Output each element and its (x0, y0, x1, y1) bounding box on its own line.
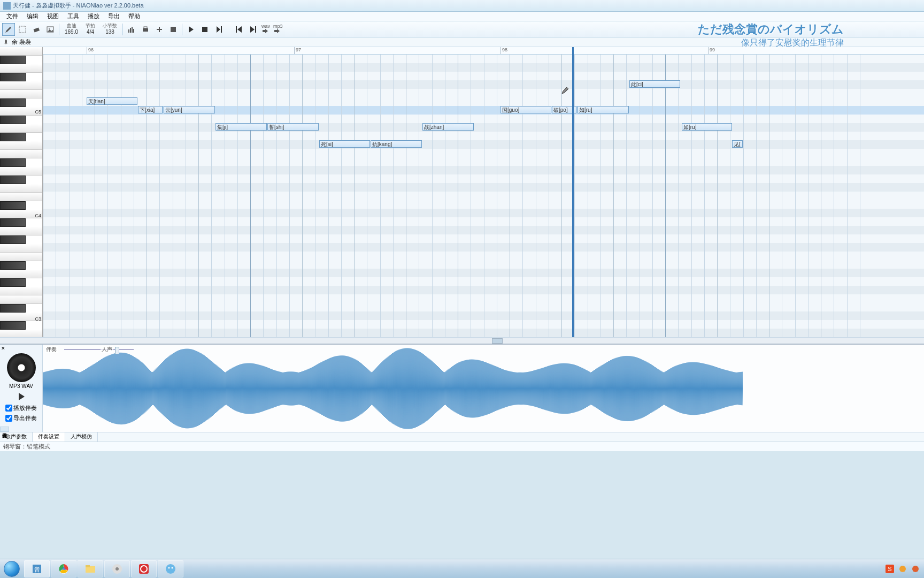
piano-key[interactable] (0, 47, 42, 56)
print-button[interactable] (139, 23, 152, 36)
equalizer-button[interactable] (125, 23, 138, 36)
next-button[interactable] (247, 23, 259, 36)
accompaniment-volume-slider[interactable] (64, 347, 134, 352)
piano-key[interactable] (0, 64, 42, 73)
piano-key[interactable] (0, 287, 42, 295)
menu-edit[interactable]: 编辑 (22, 12, 43, 20)
waveform-display[interactable]: 伴奏 人声 (43, 345, 924, 432)
piano-key[interactable] (0, 90, 42, 98)
piano-key[interactable] (0, 235, 26, 244)
accompaniment-settings-vtab[interactable]: 伴奏设置 (0, 427, 9, 432)
tab-accompaniment[interactable]: 伴奏设置 (33, 432, 65, 442)
note-block[interactable]: 下[xia] (138, 106, 163, 113)
piano-key[interactable] (0, 295, 42, 304)
piano-key[interactable] (0, 150, 42, 158)
note-block[interactable]: 如[ru] (682, 123, 732, 131)
piano-key[interactable] (0, 270, 42, 278)
select-tool-button[interactable] (16, 23, 29, 36)
piano-key[interactable] (0, 253, 42, 261)
tab-voice-params[interactable]: 歌声参数 (0, 432, 33, 442)
tray-volume-icon[interactable] (911, 565, 920, 573)
note-block[interactable]: 集[ji] (215, 123, 267, 131)
scrollbar-thumb[interactable] (492, 338, 503, 344)
menu-play[interactable]: 播放 (83, 12, 104, 20)
piano-key[interactable] (0, 158, 26, 167)
pencil-tool-button[interactable] (2, 23, 15, 36)
note-block[interactable]: 如[ru] (578, 106, 629, 113)
grid-line (432, 55, 433, 337)
svg-text:音: 音 (34, 566, 40, 573)
horizontal-scrollbar[interactable] (0, 337, 924, 344)
piano-key[interactable] (0, 73, 26, 81)
close-icon[interactable]: ✕ (1, 346, 6, 351)
tab-voice-imitation[interactable]: 人声模仿 (65, 432, 98, 442)
taskbar-item-chat[interactable] (158, 560, 183, 577)
piano-key[interactable] (0, 81, 42, 90)
note-block[interactable]: 死[si] (319, 140, 370, 148)
note-block[interactable]: 战[zhan] (422, 123, 474, 131)
tray-sogou-icon[interactable]: S (886, 565, 894, 573)
start-button[interactable] (0, 559, 24, 579)
menu-file[interactable]: 文件 (2, 12, 22, 20)
grid-line (743, 55, 744, 337)
taskbar-item-netease[interactable] (131, 560, 157, 577)
note-block[interactable]: 天[tian] (87, 97, 137, 105)
disc-icon (7, 353, 36, 382)
export-wav-button[interactable]: wav (260, 24, 271, 35)
tempo-display[interactable]: 曲速169.0 (61, 24, 81, 35)
piano-key[interactable] (0, 261, 26, 270)
piano-key[interactable] (0, 321, 26, 330)
note-block[interactable]: 抗[kang] (371, 140, 422, 148)
piano-key[interactable] (0, 56, 26, 64)
piano-key[interactable] (0, 193, 42, 201)
play-section-button[interactable] (212, 23, 225, 36)
note-block[interactable]: 此[ci] (629, 80, 680, 88)
plus-button[interactable] (153, 23, 166, 36)
note-block[interactable]: 见[ (732, 140, 743, 148)
wave-play-button[interactable] (16, 391, 27, 402)
note-block[interactable]: 云[yun] (164, 106, 215, 113)
taskbar-item-music-app[interactable]: 音 (24, 560, 50, 577)
eraser-tool-button[interactable] (30, 23, 43, 36)
stop-button[interactable] (198, 23, 211, 36)
taskbar-item-chrome[interactable] (51, 560, 76, 577)
timeline-ruler[interactable]: 96979899 (43, 47, 924, 55)
grid-line (367, 55, 367, 337)
note-block[interactable]: 誓[shi] (267, 123, 319, 131)
piano-key[interactable] (0, 218, 26, 227)
piano-key[interactable] (0, 167, 42, 176)
note-block[interactable]: 国[guo] (500, 106, 551, 113)
export-accompaniment-checkbox[interactable]: 导出伴奏 (5, 414, 37, 422)
piano-key[interactable] (0, 124, 42, 133)
export-mp3-button[interactable]: mp3 (272, 24, 284, 35)
play-button[interactable] (184, 23, 197, 36)
tray-settings-icon[interactable] (898, 565, 907, 573)
taskbar-item-media[interactable] (104, 560, 130, 577)
menu-tools[interactable]: 工具 (63, 12, 83, 20)
piano-key[interactable] (0, 133, 26, 141)
piano-key[interactable] (0, 227, 42, 235)
note-grid[interactable]: 96979899 天[tian]下[xia]云[yun]集[ji]誓[shi]死… (43, 47, 924, 337)
piano-key[interactable] (0, 176, 26, 184)
piano-key[interactable] (0, 141, 42, 150)
image-tool-button[interactable] (44, 23, 57, 36)
piano-key[interactable] (0, 244, 42, 253)
piano-key[interactable] (0, 201, 26, 210)
piano-keyboard[interactable]: C5C4C3 (0, 47, 43, 337)
menu-export[interactable]: 导出 (104, 12, 124, 20)
bars-display[interactable]: 小节数138 (99, 24, 120, 35)
taskbar-item-explorer[interactable] (78, 560, 103, 577)
piano-key[interactable] (0, 278, 26, 287)
menu-help[interactable]: 帮助 (124, 12, 144, 20)
piano-key[interactable] (0, 304, 26, 313)
play-accompaniment-checkbox[interactable]: 播放伴奏 (5, 404, 37, 412)
playhead[interactable] (572, 47, 574, 337)
fullscreen-button[interactable] (167, 23, 180, 36)
prev-button[interactable] (233, 23, 245, 36)
grid-line (173, 55, 173, 337)
piano-key[interactable] (0, 116, 26, 124)
beat-display[interactable]: 节拍4/4 (82, 24, 98, 35)
menu-view[interactable]: 视图 (43, 12, 63, 20)
piano-key[interactable] (0, 184, 42, 193)
piano-key[interactable] (0, 98, 26, 107)
